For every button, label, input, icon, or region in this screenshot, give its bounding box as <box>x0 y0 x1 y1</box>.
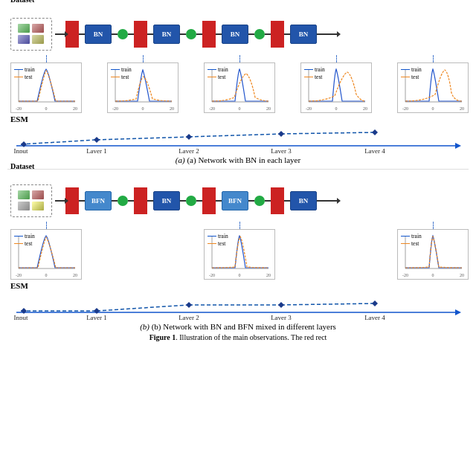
bfn-box-b-2: BFN <box>222 191 248 210</box>
figure-caption: Figure 1. Illustration of the main obser… <box>7 332 469 343</box>
esm-label-a: ESM <box>10 115 28 123</box>
line-b-3 <box>147 200 153 202</box>
bn-box-b-3: BN <box>290 191 317 210</box>
red-block-a-3 <box>271 21 284 48</box>
plot-b-4: train test 0 -20 20 <box>397 229 469 280</box>
esm-row-a: ESM Input Layer 1 Layer 2 <box>7 115 469 153</box>
svg-text:Layer 4: Layer 4 <box>364 314 385 320</box>
svg-text:-20: -20 <box>16 273 22 277</box>
plot-wrapper-b-4: train test 0 -20 20 <box>397 222 469 280</box>
svg-text:20: 20 <box>266 106 271 111</box>
svg-marker-26 <box>455 143 461 149</box>
plot-a-4: train test 0 -20 20 <box>397 62 469 113</box>
line-a-9 <box>284 33 290 35</box>
svg-text:20: 20 <box>73 106 77 111</box>
end-arrow-b <box>323 200 338 202</box>
svg-text:Layer 2: Layer 2 <box>178 147 199 153</box>
dataset-label-a: Dataset <box>10 0 34 4</box>
svg-text:20: 20 <box>460 273 464 277</box>
section-a: Dataset BN <box>7 6 469 164</box>
end-arrow-a <box>323 33 338 35</box>
plot-a-0: train test 0 -20 20 <box>10 62 82 113</box>
svg-text:20: 20 <box>363 106 367 111</box>
svg-marker-64 <box>186 302 192 308</box>
dashed-line-a-3 <box>336 55 337 62</box>
svg-marker-57 <box>455 309 461 315</box>
svg-text:Layer 1: Layer 1 <box>86 147 107 153</box>
plot-wrapper-a-0: train test 0 -20 20 <box>10 55 82 113</box>
line-b-5 <box>196 200 202 202</box>
esm-chart-b: Input Layer 1 Layer 2 Layer 3 Layer 4 <box>10 292 463 320</box>
svg-text:Layer 3: Layer 3 <box>271 314 292 320</box>
plot-b-2: train test 0 -20 20 <box>204 229 275 280</box>
svg-text:-20: -20 <box>306 106 312 111</box>
bfn-box-b-0: BFN <box>85 191 112 210</box>
line-b-2 <box>128 200 134 202</box>
svg-marker-31 <box>21 141 27 147</box>
bn-box-a-2: BN <box>222 25 248 44</box>
red-block-a-2 <box>202 21 216 48</box>
plot-wrapper-a-4: train test 0 -20 20 <box>397 55 469 113</box>
svg-text:Input: Input <box>14 314 28 320</box>
line-a-0 <box>79 33 85 35</box>
line-a-8 <box>265 33 271 35</box>
line-a-10 <box>317 33 323 35</box>
green-circle-a-2 <box>254 29 265 39</box>
line-a-3 <box>147 33 153 35</box>
green-circle-b-0 <box>118 196 128 206</box>
svg-text:-20: -20 <box>402 106 408 111</box>
svg-text:-20: -20 <box>209 273 215 277</box>
red-block-b-2 <box>202 187 216 214</box>
svg-marker-62 <box>21 308 27 314</box>
bn-box-a-1: BN <box>153 25 180 44</box>
svg-text:0: 0 <box>239 106 241 111</box>
svg-text:0: 0 <box>432 273 434 277</box>
dashed-line-a-1 <box>143 55 144 62</box>
red-block-a-1 <box>134 21 147 48</box>
section-b: Dataset BFN <box>7 173 469 331</box>
svg-text:-20: -20 <box>16 106 22 111</box>
svg-text:-20: -20 <box>402 273 408 277</box>
svg-text:Input: Input <box>14 147 28 153</box>
plot-a-1: train test 0 -20 20 <box>107 62 178 113</box>
line-a-2 <box>128 33 134 35</box>
svg-text:20: 20 <box>170 106 174 111</box>
dashed-line-b-2 <box>239 222 240 229</box>
esm-label-b: ESM <box>10 281 28 290</box>
dataset-box-b <box>10 184 52 217</box>
red-block-b-1 <box>134 187 147 214</box>
svg-marker-66 <box>372 300 378 306</box>
plot-wrapper-b-2: train test 0 -20 20 <box>204 222 275 280</box>
svg-text:0: 0 <box>45 273 48 277</box>
svg-text:Layer 2: Layer 2 <box>178 314 199 320</box>
plot-wrapper-a-2: train test 0 -20 20 <box>204 55 275 113</box>
line-a-5 <box>196 33 202 35</box>
line-b-9 <box>284 200 290 202</box>
dashed-line-a-2 <box>239 55 240 62</box>
bn-box-a-3: BN <box>290 25 317 44</box>
red-block-b-3 <box>271 187 284 214</box>
plot-b-0: train test 0 -20 20 <box>10 229 82 280</box>
svg-line-61 <box>281 303 375 305</box>
svg-text:20: 20 <box>460 106 464 111</box>
line-a-7 <box>248 33 254 35</box>
svg-text:20: 20 <box>266 273 271 277</box>
svg-text:20: 20 <box>73 273 77 277</box>
svg-marker-63 <box>94 308 100 314</box>
svg-text:0: 0 <box>335 106 338 111</box>
arrow-a-0 <box>55 33 65 35</box>
plot-wrapper-a-1: train test 0 -20 20 <box>107 55 178 113</box>
esm-chart-a: Input Layer 1 Layer 2 Layer 3 Layer 4 <box>10 125 463 153</box>
arrow-b-0 <box>55 200 65 202</box>
plot-a-3: train test 0 -20 20 <box>300 62 372 113</box>
caption-b: (b) (b) Network with BN and BFN mixed in… <box>7 322 469 331</box>
svg-line-27 <box>21 140 97 144</box>
svg-line-59 <box>97 305 189 311</box>
divider <box>7 169 469 170</box>
svg-text:-20: -20 <box>209 106 215 111</box>
svg-marker-65 <box>278 302 284 308</box>
line-a-6 <box>216 33 222 35</box>
svg-text:-20: -20 <box>112 106 118 111</box>
line-a-4 <box>180 33 186 35</box>
figure-container: Dataset BN <box>0 0 476 476</box>
